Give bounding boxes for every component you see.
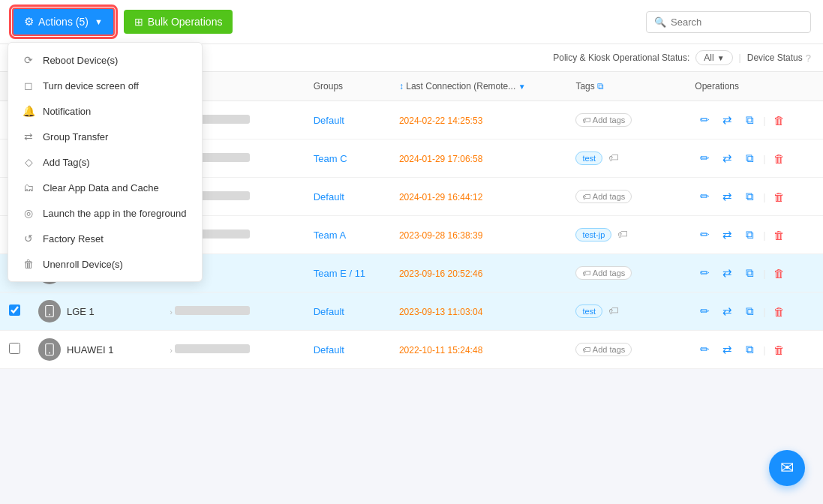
delete-button[interactable]: 🗑	[770, 148, 789, 168]
menu-item-label: Factory Reset	[43, 233, 104, 244]
add-tags-button[interactable]: 🏷 Add tags	[575, 343, 632, 356]
connection-cell: 2023-09-16 20:52:46	[390, 254, 567, 292]
all-caret-icon: ▼	[717, 54, 725, 62]
edit-button[interactable]: ✏	[695, 225, 714, 244]
connection-cell: 2024-01-29 16:44:12	[390, 178, 567, 216]
add-tags-button[interactable]: 🏷 Add tags	[575, 266, 632, 280]
policy-label: Policy & Kiosk Operational Status:	[553, 52, 689, 63]
copy-button[interactable]: ⧉	[740, 110, 759, 130]
add-tags-button[interactable]: 🏷 Add tags	[575, 113, 632, 127]
groups-column-header: Groups	[305, 72, 390, 101]
transfer-button[interactable]: ⇄	[717, 110, 737, 130]
bulk-operations-button[interactable]: ⊞ Bulk Operations	[124, 10, 233, 34]
row-checkbox[interactable]	[9, 343, 20, 354]
copy-button[interactable]: ⧉	[740, 148, 759, 168]
delete-button[interactable]: 🗑	[770, 340, 789, 359]
tags-cell: test 🏷	[566, 140, 686, 178]
search-icon: 🔍	[654, 16, 666, 28]
add-tags-button[interactable]: 🏷 Add tags	[575, 190, 632, 203]
connection-time: 2023-09-13 11:03:04	[399, 307, 482, 317]
device-avatar	[38, 338, 61, 361]
copy-button[interactable]: ⧉	[740, 225, 759, 244]
delete-button[interactable]: 🗑	[770, 263, 789, 283]
menu-item-label: Reboot Device(s)	[43, 55, 118, 66]
group-link[interactable]: Default	[314, 344, 344, 356]
expand-chevron-icon[interactable]: ›	[170, 346, 173, 355]
screen-off-icon: ◻	[22, 80, 35, 92]
group-link[interactable]: Default	[314, 191, 344, 202]
menu-item-reboot[interactable]: ⟳ Reboot Device(s)	[8, 47, 202, 73]
menu-item-group-transfer[interactable]: ⇄ Group Transfer	[8, 124, 202, 149]
transfer-button[interactable]: ⇄	[717, 225, 737, 244]
tag-manage-icon[interactable]: 🏷	[608, 304, 619, 316]
tags-cell: 🏷 Add tags	[566, 101, 686, 140]
menu-item-notification[interactable]: 🔔 Notification	[8, 98, 202, 124]
actions-button[interactable]: ⚙ Actions (5) ▼	[12, 8, 115, 36]
delete-button[interactable]: 🗑	[770, 225, 789, 244]
menu-item-label: Notification	[43, 106, 91, 117]
delete-button[interactable]: 🗑	[770, 187, 789, 206]
operations-cell: ✏ ⇄ ⧉ | 🗑	[686, 101, 823, 140]
group-cell: Team E / 11	[305, 254, 390, 292]
connection-cell: 2022-10-11 15:24:48	[390, 331, 567, 369]
table-row: LGE 1 › Default2023-09-13 11:03:04 test …	[0, 292, 823, 331]
group-link[interactable]: Default	[314, 115, 344, 126]
menu-item-unenroll[interactable]: 🗑 Unenroll Device(s)	[8, 251, 202, 277]
unenroll-icon: 🗑	[22, 258, 35, 270]
row-checkbox[interactable]	[9, 304, 20, 316]
group-link[interactable]: Team A	[314, 230, 346, 241]
transfer-button[interactable]: ⇄	[717, 340, 737, 359]
menu-item-add-tag[interactable]: ◇ Add Tag(s)	[8, 149, 202, 175]
copy-button[interactable]: ⧉	[740, 187, 759, 206]
delete-button[interactable]: 🗑	[770, 110, 789, 130]
tags-cell: test 🏷	[566, 292, 686, 331]
ops-divider: |	[763, 268, 765, 279]
menu-item-label: Unenroll Device(s)	[43, 259, 123, 270]
operations-cell: ✏ ⇄ ⧉ | 🗑	[686, 254, 823, 292]
menu-item-launch-app[interactable]: ◎ Launch the app in the foreground	[8, 200, 202, 226]
tags-cell: 🏷 Add tags	[566, 178, 686, 216]
last-connection-column-header[interactable]: ↕ Last Connection (Remote... ▼	[390, 72, 567, 101]
delete-button[interactable]: 🗑	[770, 302, 789, 321]
menu-item-label: Group Transfer	[43, 131, 108, 142]
menu-item-screen-off[interactable]: ◻ Turn device screen off	[8, 73, 202, 98]
group-link[interactable]: Team C	[314, 153, 347, 164]
device-info-cell: HUAWEI 1	[29, 331, 158, 369]
row-checkbox-cell	[0, 331, 29, 369]
search-input[interactable]	[671, 16, 803, 28]
menu-item-factory-reset[interactable]: ↺ Factory Reset	[8, 226, 202, 251]
ops-divider: |	[763, 115, 765, 126]
copy-button[interactable]: ⧉	[740, 340, 759, 359]
copy-button[interactable]: ⧉	[740, 263, 759, 283]
actions-dropdown: ⟳ Reboot Device(s) ◻ Turn device screen …	[8, 42, 203, 282]
tags-column-header[interactable]: Tags ⧉	[566, 72, 686, 101]
device-id-blurred	[175, 306, 250, 315]
edit-button[interactable]: ✏	[695, 263, 714, 283]
notification-icon: 🔔	[22, 105, 35, 117]
all-pill[interactable]: All ▼	[695, 50, 732, 65]
transfer-button[interactable]: ⇄	[717, 302, 737, 321]
menu-item-clear-cache[interactable]: 🗂 Clear App Data and Cache	[8, 175, 202, 200]
tag-manage-icon[interactable]: 🏷	[617, 228, 628, 240]
transfer-button[interactable]: ⇄	[717, 148, 737, 168]
edit-button[interactable]: ✏	[695, 302, 714, 321]
operations-cell: ✏ ⇄ ⧉ | 🗑	[686, 292, 823, 331]
connection-time: 2022-10-11 15:24:48	[399, 345, 482, 356]
tag-badge: test	[575, 152, 602, 165]
transfer-button[interactable]: ⇄	[717, 263, 737, 283]
copy-button[interactable]: ⧉	[740, 302, 759, 321]
edit-button[interactable]: ✏	[695, 340, 714, 359]
edit-button[interactable]: ✏	[695, 110, 714, 130]
edit-button[interactable]: ✏	[695, 148, 714, 168]
transfer-button[interactable]: ⇄	[717, 187, 737, 206]
connection-cell: 2023-09-28 16:38:39	[390, 216, 567, 254]
device-status[interactable]: Device Status ?	[747, 52, 811, 64]
group-cell: Default	[305, 331, 390, 369]
tag-manage-icon[interactable]: 🏷	[608, 152, 619, 164]
edit-button[interactable]: ✏	[695, 187, 714, 206]
clear-cache-icon: 🗂	[22, 182, 35, 194]
connection-time: 2023-09-16 20:52:46	[399, 268, 482, 279]
group-link[interactable]: Team E / 11	[314, 268, 365, 279]
expand-chevron-icon[interactable]: ›	[170, 308, 173, 316]
group-link[interactable]: Default	[314, 306, 344, 317]
